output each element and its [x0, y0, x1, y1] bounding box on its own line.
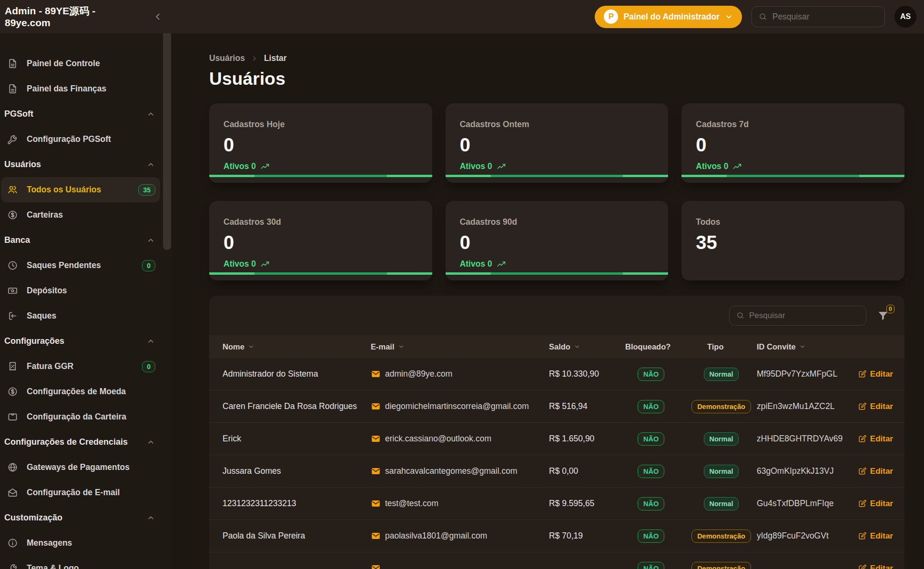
cell-email: test@test.com [371, 499, 549, 509]
sidebar-section-banca[interactable]: Banca [0, 228, 162, 253]
stat-label: Cadastros Hoje [223, 120, 418, 130]
sidebar-section-pgsoft[interactable]: PGSoft [0, 101, 162, 127]
sidebar-section-customizacao[interactable]: Customização [0, 505, 162, 530]
cell-name: Administrador do Sistema [223, 369, 371, 379]
sidebar-item-fatura-ggr[interactable]: Fatura GGR 0 [1, 354, 160, 379]
sidebar-item-configuracao-de-email[interactable]: Configuração de E-mail [1, 480, 160, 505]
sidebar-item-configuracao-da-carteira[interactable]: Configuração da Carteira [1, 404, 160, 429]
sidebar-item-mensagens[interactable]: Mensagens [1, 530, 160, 556]
cell-name: Paola da Silva Pereira [223, 531, 371, 541]
cell-invite-id: Mf95DPv7YzxMFpGL [757, 369, 857, 379]
edit-button[interactable]: Editar [858, 531, 893, 541]
sidebar-item-configuracoes-de-moeda[interactable]: Configurações de Moeda [1, 379, 160, 404]
envelope-icon [371, 369, 381, 379]
sidebar-item-label: Painel de Controle [27, 59, 100, 69]
sidebar-item-todos-os-usuarios[interactable]: Todos os Usuários 35 [1, 177, 160, 202]
blocked-badge: NÃO [638, 400, 664, 413]
edit-button[interactable]: Editar [858, 499, 893, 509]
table-search-input[interactable] [749, 311, 859, 320]
document-icon [7, 58, 18, 69]
cell-blocked: NÃO [625, 465, 686, 478]
sidebar-scrollbar[interactable] [163, 33, 171, 250]
stat-value: 35 [696, 232, 890, 253]
stat-card-cadastros-90d: Cadastros 90d 0 Ativos 0 [446, 201, 669, 280]
column-header-bloqueado: Bloqueado? [625, 342, 686, 351]
cell-saldo: R$ 10.330,90 [549, 369, 625, 379]
stat-card-cadastros-7d: Cadastros 7d 0 Ativos 0 [681, 103, 904, 183]
cell-email: sarahcavalcantegomes@gmail.com [371, 466, 549, 476]
stat-card-cadastros-30d: Cadastros 30d 0 Ativos 0 [209, 201, 432, 280]
tipo-badge: Demonstração [691, 529, 751, 543]
edit-button[interactable]: Editar [858, 467, 893, 476]
stat-value: 0 [696, 134, 890, 156]
sidebar-item-painel-das-financas[interactable]: Painel das Finanças [1, 76, 160, 101]
count-badge: 35 [138, 184, 155, 196]
breadcrumb-parent[interactable]: Usuários [209, 53, 245, 63]
trend-up-icon [260, 260, 270, 269]
trend-up-icon [497, 162, 506, 171]
edit-button[interactable]: Editar [858, 369, 893, 379]
stat-label: Cadastros 30d [223, 217, 418, 227]
stat-active: Ativos 0 [223, 161, 418, 171]
users-table-panel: 0 Nome E-mail Saldo Bloqueado? [209, 296, 904, 569]
edit-button[interactable]: Editar [858, 402, 893, 411]
chevron-up-icon [147, 110, 155, 118]
sidebar-item-label: Mensagens [27, 538, 72, 548]
stat-label: Cadastros 7d [696, 120, 890, 130]
sidebar-item-label: Tema & Logo [27, 563, 79, 569]
pencil-square-icon [858, 402, 867, 411]
edit-button[interactable]: Editar [858, 564, 893, 569]
sidebar-item-carteiras[interactable]: Carteiras [1, 202, 160, 228]
mail-open-icon [7, 487, 18, 498]
cell-email [371, 563, 549, 569]
cell-name: Erick [223, 434, 371, 444]
sidebar-section-configuracoes-de-credenciais[interactable]: Configurações de Credenciais [0, 429, 162, 455]
sidebar-item-label: Carteiras [27, 210, 63, 220]
cell-invite-id: zHHDE8GHTRDYAv69 [757, 434, 857, 444]
trend-up-icon [260, 162, 270, 171]
blocked-badge: NÃO [638, 432, 664, 446]
admin-menu-label: Painel do Administrador [623, 12, 720, 22]
cell-tipo: Normal [686, 368, 757, 381]
cell-saldo: R$ 1.650,90 [549, 434, 625, 444]
users-icon [7, 184, 18, 195]
column-header-email[interactable]: E-mail [371, 342, 549, 351]
avatar[interactable]: AS [894, 6, 916, 28]
tipo-badge: Normal [704, 465, 739, 478]
sidebar-section-usuarios[interactable]: Usuários [0, 152, 162, 177]
column-header-saldo[interactable]: Saldo [549, 342, 625, 351]
admin-menu-button[interactable]: P Painel do Administrador [595, 6, 742, 28]
sidebar-item-painel-de-controle[interactable]: Painel de Controle [1, 51, 160, 76]
sort-chevron-icon [799, 343, 806, 350]
sidebar-section-configuracoes[interactable]: Configurações [0, 329, 162, 354]
table-search [729, 306, 866, 326]
wrench-icon [7, 563, 18, 569]
cell-tipo: Normal [686, 497, 757, 510]
cell-invite-id: Gu4sTxfDBPLmFIqe [757, 499, 857, 509]
sidebar-item-gateways-de-pagamentos[interactable]: Gateways de Pagamentos [1, 455, 160, 480]
blocked-badge: NÃO [638, 529, 664, 543]
column-header-id-convite[interactable]: ID Convite [757, 342, 857, 351]
pencil-square-icon [858, 499, 867, 508]
stat-progress-bar [446, 175, 669, 177]
sidebar-item-saques[interactable]: Saques [1, 303, 160, 329]
stat-active: Ativos 0 [460, 161, 654, 171]
filter-button[interactable]: 0 [877, 309, 889, 322]
sidebar-item-configuracao-pgsoft[interactable]: Configuração PGSoft [1, 127, 160, 152]
edit-button[interactable]: Editar [858, 434, 893, 444]
sidebar-item-depositos[interactable]: Depósitos [1, 278, 160, 303]
table-toolbar: 0 [209, 296, 904, 335]
sidebar-item-label: Gateways de Pagamentos [27, 462, 130, 472]
stat-value: 0 [223, 134, 418, 156]
sidebar-item-tema-e-logo[interactable]: Tema & Logo [1, 556, 160, 569]
pencil-square-icon [858, 369, 867, 379]
global-search-input[interactable] [772, 12, 878, 22]
tipo-badge: Normal [704, 432, 739, 446]
trend-up-icon [732, 162, 742, 171]
sidebar-item-saques-pendentes[interactable]: Saques Pendentes 0 [1, 253, 160, 278]
column-header-tipo: Tipo [686, 342, 757, 351]
table-row: Administrador do Sistema admin@89ye.com … [209, 358, 904, 390]
sidebar-collapse-button[interactable] [152, 11, 163, 22]
column-header-nome[interactable]: Nome [223, 342, 371, 351]
table-row: NÃO Demonstração Editar [209, 552, 904, 569]
